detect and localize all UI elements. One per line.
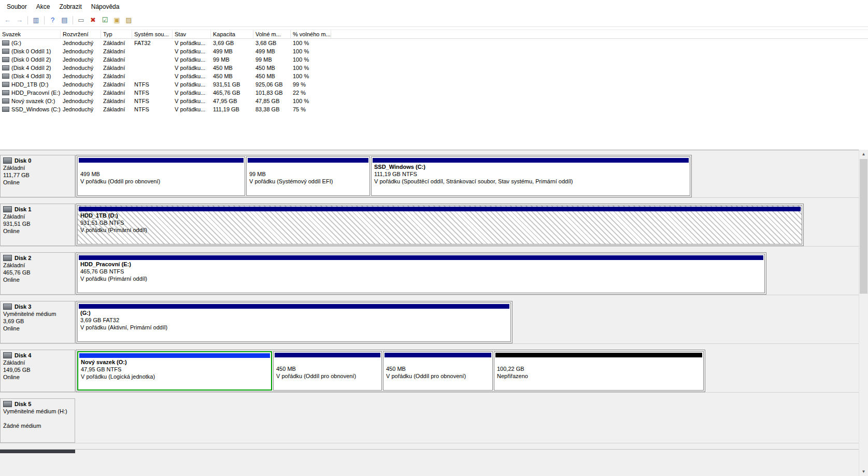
disk-label-1[interactable]: Disk 1Základní931,51 GBOnline <box>0 204 75 246</box>
disk-icon <box>3 255 12 261</box>
disk-label-5[interactable]: Disk 5Vyměnitelné médium (H:)Žádné médiu… <box>0 398 75 443</box>
disk-type: Vyměnitelné médium <box>3 310 72 318</box>
table-cell: Jednoduchý <box>61 56 101 63</box>
partition-status: V pořádku (Spouštěcí oddíl, Stránkovací … <box>372 178 690 185</box>
partition-title: SSD_Windows (C:) <box>372 163 690 170</box>
partition-3-0[interactable]: (G:)3,69 GB FAT32V pořádku (Aktivní, Pri… <box>77 302 511 342</box>
console-window-icon[interactable]: ▤ <box>59 15 70 25</box>
table-cell: Základní <box>101 73 132 79</box>
table-cell: (G:) <box>0 40 61 46</box>
disk-name-line: Disk 2 <box>3 254 72 262</box>
partition-color-bar <box>385 353 491 357</box>
table-cell: 100 % <box>291 98 331 104</box>
column-header-3[interactable]: Systém sou... <box>132 30 173 38</box>
partition-title <box>247 163 369 170</box>
partition-0-0[interactable]: 499 MBV pořádku (Oddíl pro obnovení) <box>77 156 245 196</box>
menu-item-2[interactable]: Zobrazit <box>54 1 86 12</box>
table-row[interactable]: Nový svazek (O:)JednoduchýZákladníNTFSV … <box>0 97 868 105</box>
help-icon[interactable]: ? <box>47 15 59 25</box>
column-header-7[interactable]: % volného m... <box>291 30 331 38</box>
scroll-up-button[interactable]: ▲ <box>859 150 868 158</box>
disk-size: 111,77 GB <box>3 171 72 179</box>
vertical-scrollbar[interactable]: ▲ ▼ <box>859 150 868 476</box>
table-cell: 465,76 GB <box>211 90 253 96</box>
action-pane-icon[interactable]: ▭ <box>75 15 87 25</box>
partition-0-1[interactable]: 99 MBV pořádku (Systémový oddíl EFI) <box>246 156 370 196</box>
table-cell: Základní <box>101 81 132 88</box>
volume-table-header: SvazekRozvrženíTypSystém sou...StavKapac… <box>0 30 868 39</box>
partition-0-2[interactable]: SSD_Windows (C:)111,19 GB NTFSV pořádku … <box>371 156 690 196</box>
volume-icon <box>2 40 9 46</box>
partition-color-bar <box>79 255 763 260</box>
disk-icon <box>3 304 12 310</box>
partition-color-bar <box>79 207 801 211</box>
table-cell: 100 % <box>291 40 331 46</box>
console-tree-icon[interactable]: ▥ <box>30 15 42 25</box>
open-folder-icon[interactable]: ▣ <box>111 15 123 25</box>
table-cell: Jednoduchý <box>61 81 101 88</box>
disk-name-line: Disk 1 <box>3 206 72 213</box>
table-row[interactable]: SSD_Windows (C:)JednoduchýZákladníNTFSV … <box>0 105 868 113</box>
disk-label-0[interactable]: Disk 0Základní111,77 GBOnline <box>0 155 75 197</box>
partition-1-0[interactable]: HDD_1TB (D:)931,51 GB NTFSV pořádku (Pri… <box>77 205 802 244</box>
disk-icon <box>3 157 12 164</box>
volume-name: (G:) <box>11 40 21 46</box>
disk-row-4: Disk 4Základní149,05 GBOnlineNový svazek… <box>0 350 868 393</box>
column-header-5[interactable]: Kapacita <box>211 30 253 38</box>
scroll-thumb[interactable] <box>860 159 867 294</box>
partition-title <box>494 358 703 365</box>
mark-active-icon[interactable]: ☑ <box>99 15 111 25</box>
table-cell: 100 % <box>291 73 331 79</box>
partition-size: 931,51 GB NTFS <box>78 219 802 226</box>
disk-label-3[interactable]: Disk 3Vyměnitelné médium3,69 GBOnline <box>0 301 75 343</box>
table-cell: 925,06 GB <box>253 81 291 88</box>
back-icon[interactable]: ← <box>2 15 13 25</box>
disk-row-5: Disk 5Vyměnitelné médium (H:)Žádné médiu… <box>0 398 868 443</box>
toolbar: ←→▥?▤▭✖☑▣▨ <box>0 13 868 27</box>
table-row[interactable]: (Disk 4 Oddíl 3)JednoduchýZákladníV pořá… <box>0 72 868 80</box>
menu-item-0[interactable]: Soubor <box>2 1 32 12</box>
table-cell: 450 MB <box>253 65 291 71</box>
properties-icon[interactable]: ▨ <box>123 15 135 25</box>
partition-color-bar <box>495 353 702 357</box>
disk-label-4[interactable]: Disk 4Základní149,05 GBOnline <box>0 350 75 392</box>
volume-name: (Disk 0 Oddíl 1) <box>11 48 51 54</box>
table-cell: 22 % <box>291 90 331 96</box>
table-row[interactable]: HDD_Pracovní (E:)JednoduchýZákladníNTFSV… <box>0 89 868 97</box>
table-row[interactable]: (G:)JednoduchýZákladníFAT32V pořádku...3… <box>0 39 868 47</box>
column-header-1[interactable]: Rozvržení <box>61 30 101 38</box>
menu-item-3[interactable]: Nápověda <box>87 1 124 12</box>
partition-4-0[interactable]: Nový svazek (O:)47,95 GB NTFSV pořádku (… <box>77 351 272 391</box>
table-row[interactable]: (Disk 4 Oddíl 2)JednoduchýZákladníV pořá… <box>0 64 868 72</box>
column-header-4[interactable]: Stav <box>173 30 211 38</box>
partition-size: 3,69 GB FAT32 <box>78 316 510 324</box>
partition-status: V pořádku (Aktivní, Primární oddíl) <box>78 324 510 331</box>
forward-icon[interactable]: → <box>13 15 25 25</box>
table-cell: SSD_Windows (C:) <box>0 106 61 112</box>
toolbar-separator <box>27 16 28 24</box>
scroll-down-button[interactable]: ▼ <box>859 467 868 476</box>
volume-icon <box>2 98 9 104</box>
menu-item-1[interactable]: Akce <box>32 1 55 12</box>
disk-name: Disk 3 <box>15 303 31 310</box>
column-header-6[interactable]: Volné m... <box>253 30 291 38</box>
column-header-2[interactable]: Typ <box>101 30 132 38</box>
delete-volume-icon[interactable]: ✖ <box>87 15 99 25</box>
partition-2-0[interactable]: HDD_Pracovní (E:)465,76 GB NTFSV pořádku… <box>77 254 765 293</box>
volume-icon <box>2 49 9 54</box>
table-cell: Jednoduchý <box>61 90 101 96</box>
table-row[interactable]: (Disk 0 Oddíl 1)JednoduchýZákladníV pořá… <box>0 47 868 55</box>
table-cell: V pořádku... <box>173 48 211 54</box>
partition-4-2[interactable]: 450 MBV pořádku (Oddíl pro obnovení) <box>383 351 493 391</box>
partition-title: (G:) <box>78 309 510 316</box>
partition-4-3[interactable]: 100,22 GBNepřiřazeno <box>494 351 704 391</box>
table-cell: 450 MB <box>211 73 253 79</box>
table-row[interactable]: HDD_1TB (D:)JednoduchýZákladníNTFSV pořá… <box>0 80 868 89</box>
disk-label-2[interactable]: Disk 2Základní465,76 GBOnline <box>0 252 75 295</box>
partition-4-1[interactable]: 450 MBV pořádku (Oddíl pro obnovení) <box>273 351 382 391</box>
table-cell: V pořádku... <box>173 90 211 96</box>
table-row[interactable]: (Disk 0 Oddíl 2)JednoduchýZákladníV pořá… <box>0 55 868 64</box>
partition-color-bar <box>373 158 689 163</box>
column-header-0[interactable]: Svazek <box>0 30 61 38</box>
table-cell: 3,68 GB <box>253 40 291 46</box>
